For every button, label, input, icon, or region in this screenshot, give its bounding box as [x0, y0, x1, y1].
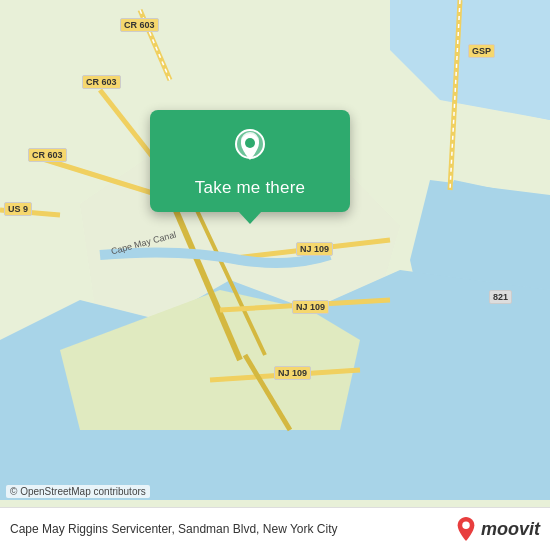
road-label-821: 821 [489, 290, 512, 304]
moovit-pin-icon [455, 516, 477, 542]
map-container: CR 603 CR 603 CR 603 US 9 GSP NJ 109 NJ … [0, 0, 550, 550]
road-label-us9: US 9 [4, 202, 32, 216]
road-label-nj109-1: NJ 109 [296, 242, 333, 256]
road-label-nj109-2: NJ 109 [292, 300, 329, 314]
location-name: Cape May Riggins Servicenter, Sandman Bl… [10, 522, 455, 536]
svg-point-21 [462, 522, 469, 529]
road-label-nj109-3: NJ 109 [274, 366, 311, 380]
osm-attribution: © OpenStreetMap contributors [6, 485, 150, 498]
road-label-cr603-3: CR 603 [28, 148, 67, 162]
moovit-brand-text: moovit [481, 519, 540, 540]
moovit-logo: moovit [455, 516, 540, 542]
svg-point-20 [245, 138, 255, 148]
take-me-there-label: Take me there [195, 178, 305, 198]
svg-marker-0 [390, 0, 550, 120]
road-label-cr603-2: CR 603 [82, 75, 121, 89]
svg-line-6 [100, 90, 155, 160]
callout-card[interactable]: Take me there [150, 110, 350, 212]
road-label-cr603-1: CR 603 [120, 18, 159, 32]
road-label-gsp: GSP [468, 44, 495, 58]
bottom-bar: Cape May Riggins Servicenter, Sandman Bl… [0, 507, 550, 550]
location-pin-icon [228, 126, 272, 170]
